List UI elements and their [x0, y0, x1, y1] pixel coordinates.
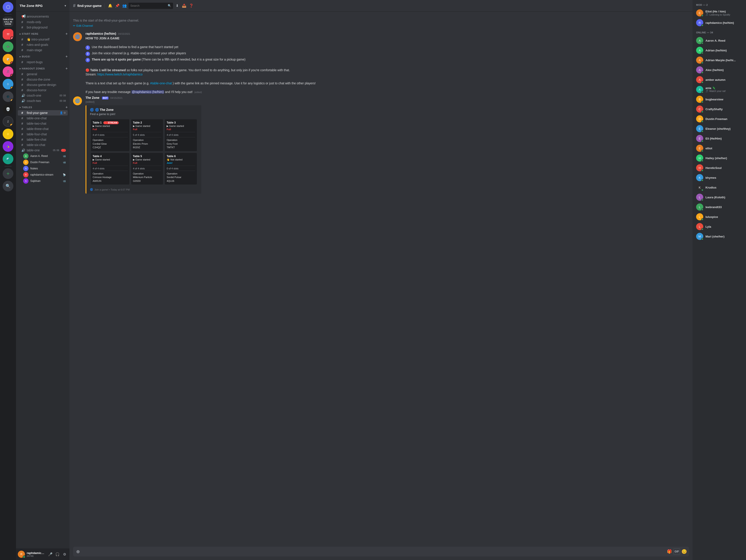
member-item-dustin[interactable]: D Dustin Freeman: [694, 114, 744, 124]
microphone-icon[interactable]: 🎤: [47, 551, 53, 557]
member-item-heretic[interactable]: H HereticSoul: [694, 163, 744, 173]
channel-item-find-your-game[interactable]: # find-your-game 👤 ⚙: [18, 110, 68, 116]
twitch-link[interactable]: https://www.twitch.tv/raphdamico: [97, 72, 143, 76]
member-item-elliot[interactable]: E elliot: [694, 143, 744, 153]
add-channel-icon[interactable]: +: [65, 32, 68, 36]
member-item-laura[interactable]: L Laura (Koloth): [694, 192, 744, 202]
channel-item-table-one-voice[interactable]: 🔊 table-one 0506 🔴: [18, 148, 68, 153]
search-input[interactable]: [130, 4, 167, 7]
channel-item-couch-two[interactable]: 🔊 couch-two 0008: [18, 98, 68, 104]
member-item-mari[interactable]: M Mari (she/her): [694, 232, 744, 241]
channel-item-main-stage[interactable]: # main-stage: [18, 48, 68, 53]
channel-item-announcements[interactable]: 📢 announcements: [18, 13, 68, 19]
server-icon-9[interactable]: Z 4: [3, 116, 13, 127]
member-name-dustin: Dustin Freeman: [706, 117, 742, 121]
member-item-eleanor[interactable]: E Eleanor (she/they): [694, 124, 744, 134]
member-item-khymes[interactable]: K khymes: [694, 173, 744, 182]
emoji-icon[interactable]: 😊: [681, 549, 687, 555]
voice-user-raphdamico-stream[interactable]: R raphdamico-stream 📡: [23, 172, 68, 178]
member-item-krudius[interactable]: K Krudius: [694, 182, 744, 192]
discover-servers-button[interactable]: 🔍: [3, 181, 13, 191]
search-bar[interactable]: 🔍: [128, 3, 173, 9]
members-icon[interactable]: 👥: [121, 3, 127, 9]
server-icon-8[interactable]: 💀: [3, 104, 13, 114]
member-item-luluspice[interactable]: L luluspice: [694, 212, 744, 222]
table-one-chat-link[interactable]: #table-one-chat: [150, 82, 172, 85]
headset-icon[interactable]: 🎧: [54, 551, 61, 557]
gif-button[interactable]: GIF: [673, 549, 680, 555]
member-item-aaron[interactable]: A Aaron A. Reed: [694, 36, 744, 46]
discord-home-icon[interactable]: ⬡: [3, 2, 13, 12]
add-attachment-icon[interactable]: ⊕: [75, 549, 81, 555]
channel-item-intro-yourself[interactable]: # 👋 intro-yourself: [18, 37, 68, 42]
gift-icon[interactable]: 🎁: [666, 549, 672, 555]
channel-item-couch-one[interactable]: 🔊 couch-one 0008: [18, 93, 68, 98]
channel-item-table-three-chat[interactable]: # table-three-chat: [18, 126, 68, 131]
server-icon-10[interactable]: ⭐: [3, 129, 13, 139]
channel-item-table-six-chat[interactable]: # table-six-chat: [18, 142, 68, 148]
server-icon-2[interactable]: 77 15: [3, 29, 13, 40]
member-item-eli[interactable]: E Eli (He/Him): [694, 134, 744, 143]
member-item-alex[interactable]: A Alex (he/him): [694, 65, 744, 75]
inbox-icon[interactable]: 📥: [181, 3, 187, 9]
table-card-2: Table 2 ▶ Game started Full 5 of 4 slots…: [131, 119, 163, 151]
channel-item-discuss-the-zone[interactable]: # discuss-the-zone: [18, 77, 68, 82]
voice-user-aaron[interactable]: A Aaron A. Reed 📹: [23, 153, 68, 159]
channel-item-rules-and-goals[interactable]: # rules-and-goals: [18, 42, 68, 48]
channel-item-report-bugs[interactable]: # report-bugs: [18, 59, 68, 65]
member-item-craftyshafty[interactable]: C CraftyShafty: [694, 104, 744, 114]
server-name-header[interactable]: The Zone RPG ▾: [16, 0, 69, 11]
server-icon-6[interactable]: D 4: [3, 79, 13, 89]
member-item-amber[interactable]: A amber autumn: [694, 75, 744, 85]
add-hangout-icon[interactable]: +: [65, 66, 68, 70]
member-item-adrian[interactable]: A Adrian (he/him): [694, 46, 744, 55]
voice-user-name-aaron: Aaron A. Reed: [30, 154, 48, 157]
server-icon-7[interactable]: 🌑 61: [3, 91, 13, 102]
channel-item-discuss-game-design[interactable]: # discuss-game-design: [18, 82, 68, 87]
voice-user-nukes[interactable]: N Nukes: [23, 166, 68, 172]
channel-item-table-two-chat[interactable]: # table-two-chat: [18, 121, 68, 126]
channel-item-mods-only[interactable]: # mods-only: [18, 19, 68, 25]
help-icon[interactable]: ❓: [188, 3, 194, 9]
server-icon-4[interactable]: 🎲 1: [3, 54, 13, 64]
member-icon[interactable]: 👤: [60, 111, 63, 114]
channel-item-discuss-horror[interactable]: # discuss-horror: [18, 87, 68, 93]
voice-user-dustin[interactable]: D Dustin Freeman 📹: [23, 159, 68, 166]
member-item-lyla[interactable]: L Lyla: [694, 222, 744, 232]
member-item-raphdamico[interactable]: R raphdamico (he/him): [694, 18, 744, 28]
user-settings-icon[interactable]: ⚙: [61, 551, 68, 557]
section-header-bugs[interactable]: ▸ BUGS! +: [16, 54, 69, 59]
member-item-ania[interactable]: A ania 🦎 🎵 Watch your rat!: [694, 85, 744, 94]
member-item-eliot[interactable]: E Eliot (He / him) 🎵 Listening to Spotif…: [694, 8, 744, 18]
section-header-tables[interactable]: ▸ TABLES +: [16, 105, 69, 110]
server-icon-3[interactable]: 🎮: [3, 41, 13, 52]
table-1-slots: 4 of 4 slots: [93, 134, 127, 136]
channel-item-table-one-chat[interactable]: # table-one-chat: [18, 116, 68, 121]
server-icon-11[interactable]: 🎭: [3, 141, 13, 152]
channel-name-bot-playground: bot-playground: [27, 26, 66, 29]
bell-icon[interactable]: 🔔: [107, 3, 113, 9]
settings-icon[interactable]: ⚙: [63, 111, 66, 114]
channel-item-bot-playground[interactable]: # bot-playground: [18, 25, 68, 30]
section-header-start-here[interactable]: ▸ START HERE +: [16, 31, 69, 37]
member-item-adrian-marple[interactable]: A Adrian Marple (he/hi...: [694, 55, 744, 65]
pin-icon[interactable]: 📌: [114, 3, 120, 9]
channel-item-general[interactable]: # general: [18, 71, 68, 77]
add-server-button[interactable]: +: [3, 168, 13, 179]
member-item-bugbearstew[interactable]: B bugbearstew: [694, 94, 744, 104]
server-icon-zone[interactable]: TABLETOPCALL INSHOW: [3, 17, 13, 27]
server-icon-5[interactable]: 🎵 1: [3, 66, 13, 77]
channel-item-table-five-chat[interactable]: # table-five-chat: [18, 137, 68, 142]
member-item-hailey[interactable]: H Hailey (she/her): [694, 153, 744, 163]
download-icon[interactable]: ⬇: [174, 3, 180, 9]
channel-item-table-four-chat[interactable]: # table-four-chat: [18, 131, 68, 137]
add-bugs-icon[interactable]: +: [65, 55, 68, 59]
chat-input[interactable]: [83, 550, 664, 553]
add-tables-icon[interactable]: +: [65, 105, 68, 109]
section-header-hangout-zones[interactable]: ▸ HANGOUT ZONES +: [16, 66, 69, 71]
table-6-join[interactable]: Join!: [167, 161, 195, 164]
voice-user-sajidsan[interactable]: S Sajidsan 📹: [23, 178, 68, 184]
edit-channel-button[interactable]: ✏ Edit Channel: [73, 24, 677, 27]
member-item-leebrandt[interactable]: L leebrandt33: [694, 202, 744, 212]
server-icon-12[interactable]: 🌊: [3, 154, 13, 164]
